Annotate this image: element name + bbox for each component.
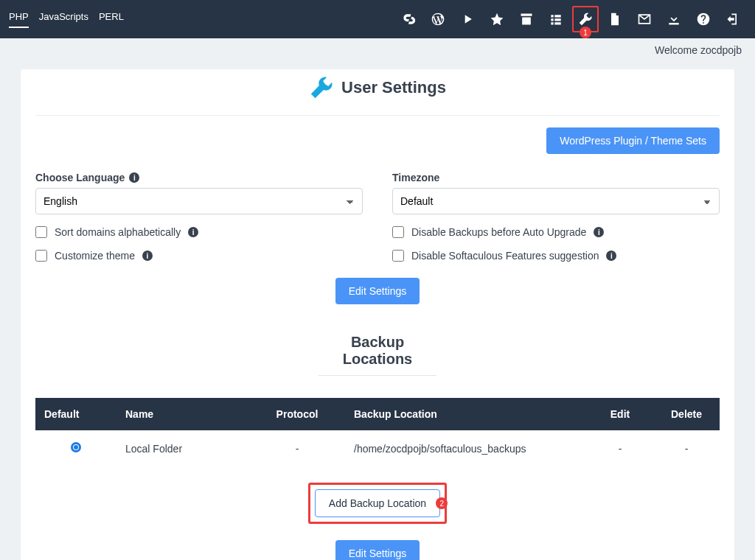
backup-section-title: Backup Locations [21,312,734,385]
settings-card: User Settings WordPress Plugin / Theme S… [21,69,734,560]
sort-domains-checkbox[interactable] [35,226,47,238]
cpanel-icon[interactable] [395,6,422,32]
disable-backups-checkbox[interactable] [392,226,404,238]
highlight-badge-2: 2 [436,497,448,509]
add-backup-highlight: Add Backup Location 2 [308,483,447,524]
table-header-row: Default Name Protocol Backup Location Ed… [35,398,720,430]
default-radio[interactable] [71,442,81,452]
language-label: Choose Language i [35,172,363,183]
tab-perl[interactable]: PERL [99,11,124,28]
topbar-tabs: PHP JavaScripts PERL [9,11,124,28]
timezone-label: Timezone [392,172,720,183]
sort-domains-label: Sort domains alphabetically [55,226,181,238]
table-row: Local Folder - /home/zocdpojb/softaculou… [35,430,720,466]
disable-suggestion-label: Disable Softaculous Features suggestion [411,250,599,262]
col-protocol: Protocol [249,398,345,430]
star-icon[interactable] [484,6,510,32]
disable-backups-label: Disable Backups before Auto Upgrade [411,226,586,238]
info-icon[interactable]: i [606,251,616,261]
wordpress-icon[interactable] [425,6,451,32]
topbar: PHP JavaScripts PERL 1 [0,0,755,38]
mail-icon[interactable] [631,6,658,32]
customize-theme-checkbox[interactable] [35,250,47,262]
welcome-text: Welcome zocdpojb [0,38,755,56]
list-icon[interactable] [543,6,569,32]
info-icon[interactable]: i [129,172,139,183]
col-location: Backup Location [345,398,587,430]
info-icon[interactable]: i [594,227,604,237]
settings-title-row: User Settings [35,69,720,116]
cell-edit: - [587,430,653,466]
archive-icon[interactable] [513,6,540,32]
timezone-select[interactable]: Default [392,188,720,214]
edit-settings-button-2[interactable]: Edit Settings [335,540,420,560]
edit-settings-button[interactable]: Edit Settings [335,278,420,304]
cell-delete: - [653,430,720,466]
backup-table: Default Name Protocol Backup Location Ed… [35,398,720,466]
highlight-badge-1: 1 [580,27,591,38]
wrench-icon[interactable]: 1 [572,6,599,32]
topbar-icons: 1 [395,6,746,32]
wrench-title-icon [309,75,334,100]
customize-theme-row: Customize theme i [35,250,363,262]
customize-theme-label: Customize theme [55,250,135,262]
col-default: Default [35,398,116,430]
page-title: User Settings [341,78,446,97]
file-icon[interactable] [602,6,628,32]
disable-suggestion-checkbox[interactable] [392,250,404,262]
help-icon[interactable] [690,6,717,32]
add-backup-location-button[interactable]: Add Backup Location [315,489,440,517]
cell-name: Local Folder [116,430,249,466]
wp-plugin-theme-sets-button[interactable]: WordPress Plugin / Theme Sets [546,127,720,154]
info-icon[interactable]: i [142,251,153,261]
tab-php[interactable]: PHP [9,11,29,28]
tab-javascripts[interactable]: JavaScripts [39,11,88,28]
info-icon[interactable]: i [188,227,198,237]
col-delete: Delete [653,398,720,430]
logout-icon[interactable] [720,6,746,32]
col-name: Name [116,398,249,430]
col-edit: Edit [587,398,653,430]
cell-protocol: - [249,430,345,466]
timezone-group: Timezone Default [392,172,720,214]
play-icon[interactable] [454,6,481,32]
disable-backups-row: Disable Backups before Auto Upgrade i [392,226,720,238]
sort-domains-row: Sort domains alphabetically i [35,226,363,238]
download-icon[interactable] [661,6,687,32]
language-group: Choose Language i English [35,172,363,214]
language-select[interactable]: English [35,188,363,214]
disable-suggestion-row: Disable Softaculous Features suggestion … [392,250,720,262]
cell-location: /home/zocdpojb/softaculous_backups [345,430,587,466]
